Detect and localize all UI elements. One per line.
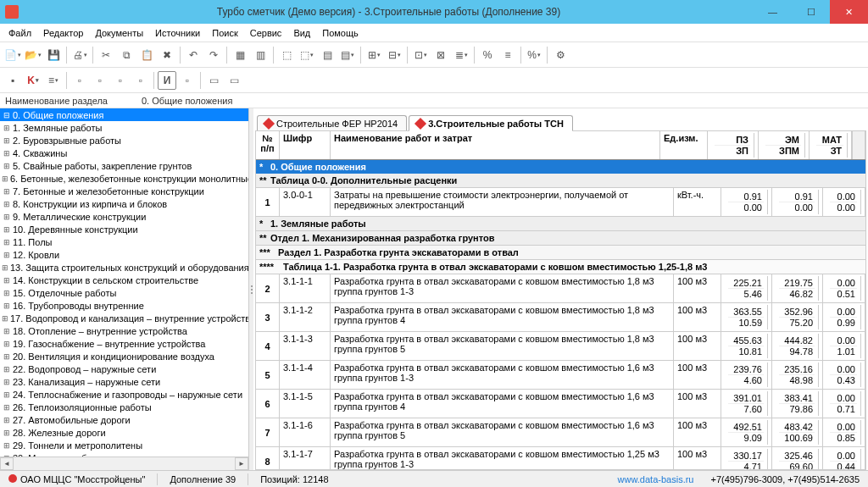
copy-button[interactable]: ⧉ <box>117 46 136 64</box>
col-name[interactable]: Наименование работ и затрат <box>331 131 660 159</box>
expand-icon[interactable]: ⊞ <box>2 251 11 259</box>
scroll-left-icon[interactable]: ◄ <box>0 457 14 470</box>
expand-icon[interactable]: ⊞ <box>2 340 11 348</box>
expand-icon[interactable]: ⊞ <box>2 314 8 323</box>
grid-section[interactable]: ****Таблица 1-1. Разработка грунта в отв… <box>256 260 865 274</box>
grid-row[interactable]: 23.1-1-1Разработка грунта в отвал экскав… <box>256 274 865 303</box>
t2-c[interactable]: ≡ <box>44 71 63 90</box>
t2-e[interactable]: ▫ <box>91 71 109 90</box>
expand-icon[interactable]: ⊞ <box>2 429 11 437</box>
tree-item[interactable]: ⊞22. Водопровод – наружные сети <box>0 362 248 375</box>
tree-item[interactable]: ⊞24. Теплоснабжение и газопроводы – нару… <box>0 388 248 401</box>
menu-editor[interactable]: Редактор <box>38 26 88 40</box>
tool-i[interactable]: ⊡ <box>411 46 430 64</box>
status-url[interactable]: www.data-basis.ru <box>613 474 699 484</box>
tab-fer[interactable]: Строительные ФЕР НР2014 <box>257 115 407 130</box>
tree-item[interactable]: ⊞9. Металлические конструкции <box>0 210 248 223</box>
tree-item[interactable]: ⊞19. Газоснабжение – внутренние устройст… <box>0 337 248 350</box>
col-mat[interactable]: МАТЗТ <box>810 131 852 159</box>
grid-section[interactable]: **Отдел 1. Механизированная разработка г… <box>256 231 865 246</box>
tool-l[interactable]: % <box>478 46 497 64</box>
tree-hscroll[interactable]: ◄ ► <box>0 457 248 470</box>
t2-d[interactable]: ▫ <box>70 71 89 90</box>
save-button[interactable]: 💾 <box>44 46 63 64</box>
col-pz[interactable]: ПЗЗП <box>708 131 759 159</box>
tool-f[interactable]: ▤ <box>338 46 357 64</box>
menu-sources[interactable]: Источники <box>150 26 205 40</box>
tool-g[interactable]: ⊞ <box>364 46 383 64</box>
tree-item[interactable]: ⊞23. Канализация – наружные сети <box>0 375 248 388</box>
new-button[interactable]: 📄 <box>3 46 22 64</box>
t2-a[interactable]: ▪ <box>3 71 22 90</box>
scroll-right-icon[interactable]: ► <box>235 457 248 470</box>
expand-icon[interactable]: ⊞ <box>2 174 8 183</box>
t2-i[interactable]: ▫ <box>178 71 197 90</box>
tab-tsn[interactable]: 3.Строительные работы ТСН <box>409 115 573 131</box>
col-ed[interactable]: Ед.изм. <box>660 131 708 159</box>
tool-h[interactable]: ⊟ <box>385 46 403 64</box>
tree-item[interactable]: ⊞13. Защита строительных конструкций и о… <box>0 261 248 274</box>
t2-k[interactable]: ▭ <box>225 71 243 90</box>
t2-f[interactable]: ▫ <box>111 71 130 90</box>
menu-file[interactable]: Файл <box>3 26 36 40</box>
expand-icon[interactable]: ⊞ <box>2 263 8 272</box>
tree-item[interactable]: ⊞8. Конструкции из кирпича и блоков <box>0 197 248 210</box>
tree-item[interactable]: ⊞2. Буровзрывные работы <box>0 134 248 147</box>
percent-button[interactable]: % <box>525 46 543 64</box>
col-em[interactable]: ЭМЗПМ <box>759 131 810 159</box>
tree-item[interactable]: ⊞1. Земляные работы <box>0 121 248 134</box>
grid-row[interactable]: 63.1-1-5Разработка грунта в отвал экскав… <box>256 390 865 418</box>
menu-service[interactable]: Сервис <box>245 26 287 40</box>
menu-view[interactable]: Вид <box>288 26 315 40</box>
minimize-button[interactable]: — <box>754 0 792 24</box>
expand-icon[interactable]: ⊞ <box>2 225 11 234</box>
tool-d[interactable]: ⬚ <box>298 46 316 64</box>
tree-item[interactable]: ⊞14. Конструкции в сельском строительств… <box>0 274 248 286</box>
expand-icon[interactable]: ⊞ <box>2 276 11 285</box>
tool-j[interactable]: ⊠ <box>431 46 450 64</box>
expand-icon[interactable]: ⊞ <box>2 441 11 450</box>
grid-row[interactable]: 13.0-0-1Затраты на превышение стоимости … <box>256 188 865 217</box>
grid-section[interactable]: *0. Общие положения <box>256 160 865 174</box>
tree-item[interactable]: ⊞27. Автомобильные дороги <box>0 413 248 426</box>
tree-item[interactable]: ⊞5. Свайные работы, закрепление грунтов <box>0 159 248 172</box>
t2-b[interactable]: K <box>24 71 42 90</box>
undo-button[interactable]: ↶ <box>184 46 203 64</box>
tool-k[interactable]: ≣ <box>452 46 470 64</box>
tree-item[interactable]: ⊞18. Отопление – внутренние устройства <box>0 324 248 337</box>
expand-icon[interactable]: ⊞ <box>2 149 11 158</box>
expand-icon[interactable]: ⊞ <box>2 213 11 221</box>
expand-icon[interactable]: ⊞ <box>2 302 11 310</box>
t2-h[interactable]: И <box>158 71 176 90</box>
tree-item[interactable]: ⊟0. Общие положения <box>0 108 248 121</box>
expand-icon[interactable]: ⊞ <box>2 390 11 399</box>
tree-item[interactable]: ⊞15. Отделочные работы <box>0 286 248 299</box>
tool-e[interactable]: ▤ <box>318 46 337 64</box>
open-button[interactable]: 📂 <box>24 46 42 64</box>
expand-icon[interactable]: ⊞ <box>2 187 11 196</box>
menu-search[interactable]: Поиск <box>207 26 242 40</box>
expand-icon[interactable]: ⊞ <box>2 124 11 132</box>
grid-row[interactable]: 43.1-1-3Разработка грунта в отвал экскав… <box>256 332 865 361</box>
cut-button[interactable]: ✂ <box>97 46 115 64</box>
expand-icon[interactable]: ⊞ <box>2 327 11 335</box>
paste-button[interactable]: 📋 <box>137 46 156 64</box>
grid-row[interactable]: 83.1-1-7Разработка грунта в отвал экскав… <box>256 447 865 469</box>
tree-item[interactable]: ⊞11. Полы <box>0 235 248 248</box>
tree-item[interactable]: ⊞16. Трубопроводы внутренние <box>0 299 248 312</box>
expand-icon[interactable]: ⊟ <box>2 111 11 119</box>
tool-c[interactable]: ⬚ <box>277 46 296 64</box>
tree-item[interactable]: ⊞26. Теплоизоляционные работы <box>0 401 248 413</box>
expand-icon[interactable]: ⊞ <box>2 200 11 208</box>
expand-icon[interactable]: ⊞ <box>2 403 11 412</box>
expand-icon[interactable]: ⊞ <box>2 365 11 374</box>
tree-item[interactable]: ⊞10. Деревянные конструкции <box>0 223 248 235</box>
col-np[interactable]: № п/п <box>256 131 280 159</box>
expand-icon[interactable]: ⊞ <box>2 378 11 386</box>
tree-item[interactable]: ⊞20. Вентиляция и кондиционирование возд… <box>0 350 248 362</box>
grid-row[interactable]: 53.1-1-4Разработка грунта в отвал экскав… <box>256 361 865 390</box>
expand-icon[interactable]: ⊞ <box>2 238 11 246</box>
settings-button[interactable]: ⚙ <box>551 46 570 64</box>
delete-button[interactable]: ✖ <box>158 46 176 64</box>
tree-item[interactable]: ⊞28. Железные дороги <box>0 426 248 439</box>
